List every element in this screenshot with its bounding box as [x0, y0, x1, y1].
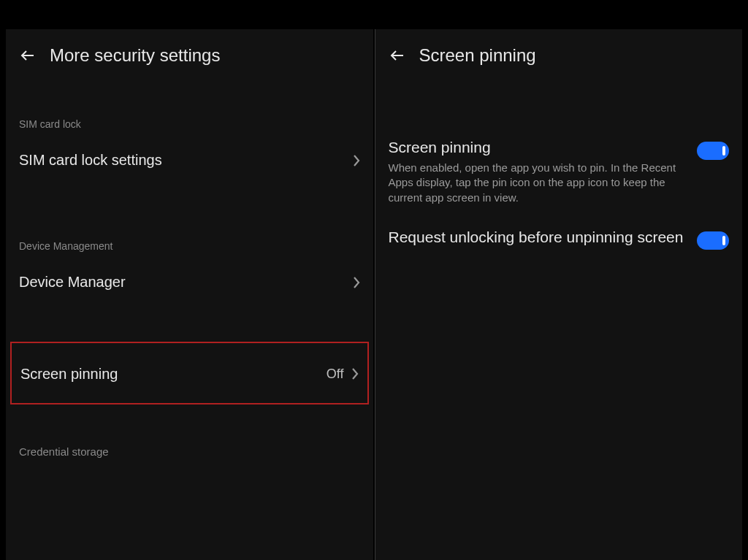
- screen-pinning-value: Off: [327, 367, 344, 382]
- chevron-right-icon: [353, 276, 360, 289]
- setting-text: Request unlocking before unpinning scree…: [389, 229, 687, 250]
- back-arrow-icon[interactable]: [389, 47, 406, 64]
- screen-pinning-panel: Screen pinning Screen pinning When enabl…: [375, 29, 743, 560]
- request-unlock-setting-row[interactable]: Request unlocking before unpinning scree…: [375, 220, 743, 265]
- sim-card-lock-label: SIM card lock settings: [19, 152, 162, 169]
- screen-pinning-label: Screen pinning: [20, 366, 118, 383]
- chevron-right-icon: [353, 154, 360, 167]
- device-manager-row[interactable]: Device Manager: [6, 261, 373, 304]
- page-title-left: More security settings: [50, 45, 220, 66]
- back-arrow-icon[interactable]: [19, 47, 37, 64]
- device-manager-label: Device Manager: [19, 274, 126, 291]
- sim-card-lock-settings-row[interactable]: SIM card lock settings: [6, 139, 373, 182]
- section-device-management: Device Management: [6, 240, 373, 261]
- screen-pinning-setting-desc: When enabled, open the app you wish to p…: [389, 161, 687, 205]
- screen-pinning-toggle[interactable]: [697, 142, 729, 160]
- screen-pinning-setting-title: Screen pinning: [389, 139, 687, 156]
- request-unlock-toggle[interactable]: [697, 231, 729, 250]
- request-unlock-setting-title: Request unlocking before unpinning scree…: [389, 229, 687, 246]
- right-header: Screen pinning: [375, 29, 743, 85]
- screen-pinning-setting-row[interactable]: Screen pinning When enabled, open the ap…: [375, 130, 743, 220]
- page-title-right: Screen pinning: [419, 45, 536, 66]
- left-header: More security settings: [6, 29, 373, 85]
- section-sim-lock: SIM card lock: [6, 118, 373, 139]
- screen-pinning-row[interactable]: Screen pinning Off: [10, 342, 369, 404]
- setting-text: Screen pinning When enabled, open the ap…: [389, 139, 687, 205]
- more-security-panel: More security settings SIM card lock SIM…: [6, 29, 373, 560]
- section-credential-storage: Credential storage: [6, 445, 373, 458]
- chevron-right-icon: [351, 367, 359, 380]
